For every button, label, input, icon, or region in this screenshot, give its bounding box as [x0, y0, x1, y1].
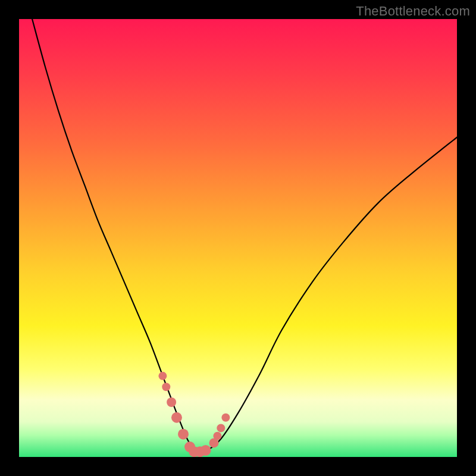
- watermark-text: TheBottleneck.com: [356, 4, 470, 19]
- curve-marker: [209, 438, 219, 447]
- curve-marker: [201, 445, 211, 456]
- curve-marker: [184, 441, 195, 452]
- curve-marker: [167, 397, 176, 407]
- curve-marker: [171, 412, 182, 423]
- curve-marker: [217, 424, 225, 432]
- curve-marker: [221, 414, 230, 422]
- curve-marker: [213, 432, 221, 440]
- chart-frame: TheBottleneck.com: [0, 0, 476, 476]
- bottleneck-curve: [19, 19, 457, 457]
- curve-marker: [178, 429, 189, 440]
- chart-plot-area: [19, 19, 457, 457]
- curve-markers: [19, 19, 457, 457]
- curve-marker: [189, 446, 199, 457]
- curve-marker: [162, 383, 170, 391]
- curve-marker: [195, 446, 205, 457]
- curve-marker: [158, 372, 167, 380]
